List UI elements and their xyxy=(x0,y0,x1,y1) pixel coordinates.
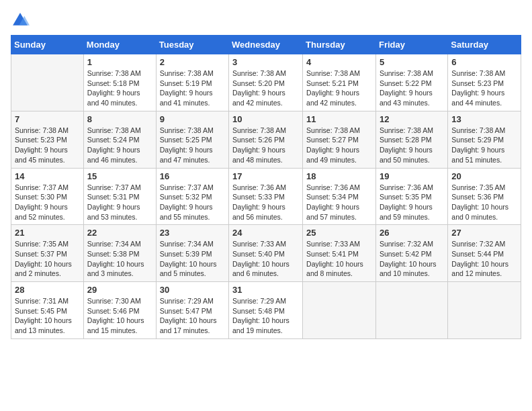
calendar-week-row: 1Sunrise: 7:38 AM Sunset: 5:18 PM Daylig… xyxy=(11,54,521,111)
calendar-day-cell: 12Sunrise: 7:38 AM Sunset: 5:28 PM Dayli… xyxy=(375,111,447,168)
day-number: 31 xyxy=(232,285,299,295)
day-number: 23 xyxy=(160,228,225,238)
calendar-week-row: 28Sunrise: 7:31 AM Sunset: 5:45 PM Dayli… xyxy=(11,282,521,339)
day-number: 29 xyxy=(87,285,152,295)
day-number: 16 xyxy=(160,171,225,181)
day-number: 19 xyxy=(380,171,444,181)
day-info: Sunrise: 7:31 AM Sunset: 5:45 PM Dayligh… xyxy=(15,296,80,336)
calendar-day-cell: 22Sunrise: 7:34 AM Sunset: 5:38 PM Dayli… xyxy=(83,225,156,282)
day-info: Sunrise: 7:37 AM Sunset: 5:32 PM Dayligh… xyxy=(160,183,225,222)
logo xyxy=(11,11,32,30)
calendar-week-row: 7Sunrise: 7:38 AM Sunset: 5:23 PM Daylig… xyxy=(11,111,521,168)
day-number: 3 xyxy=(232,57,299,67)
calendar-day-header: Monday xyxy=(83,36,156,54)
day-info: Sunrise: 7:29 AM Sunset: 5:47 PM Dayligh… xyxy=(160,296,225,336)
calendar-day-cell: 1Sunrise: 7:38 AM Sunset: 5:18 PM Daylig… xyxy=(83,54,156,111)
day-info: Sunrise: 7:34 AM Sunset: 5:39 PM Dayligh… xyxy=(160,239,225,279)
day-info: Sunrise: 7:38 AM Sunset: 5:18 PM Dayligh… xyxy=(87,68,152,108)
day-number: 20 xyxy=(451,171,517,181)
day-number: 2 xyxy=(160,57,225,67)
calendar-day-cell: 5Sunrise: 7:38 AM Sunset: 5:22 PM Daylig… xyxy=(375,54,447,111)
calendar-day-cell: 11Sunrise: 7:38 AM Sunset: 5:27 PM Dayli… xyxy=(303,111,376,168)
day-info: Sunrise: 7:38 AM Sunset: 5:27 PM Dayligh… xyxy=(306,126,372,165)
day-number: 18 xyxy=(306,171,372,181)
calendar-day-cell: 30Sunrise: 7:29 AM Sunset: 5:47 PM Dayli… xyxy=(156,282,228,339)
day-info: Sunrise: 7:36 AM Sunset: 5:35 PM Dayligh… xyxy=(380,183,444,222)
calendar-day-cell: 31Sunrise: 7:29 AM Sunset: 5:48 PM Dayli… xyxy=(229,282,303,339)
calendar-day-cell: 8Sunrise: 7:38 AM Sunset: 5:24 PM Daylig… xyxy=(83,111,156,168)
day-number: 30 xyxy=(160,285,225,295)
day-info: Sunrise: 7:34 AM Sunset: 5:38 PM Dayligh… xyxy=(87,239,152,279)
day-info: Sunrise: 7:37 AM Sunset: 5:31 PM Dayligh… xyxy=(87,183,152,222)
calendar-day-cell: 19Sunrise: 7:36 AM Sunset: 5:35 PM Dayli… xyxy=(375,168,447,225)
calendar-day-cell: 29Sunrise: 7:30 AM Sunset: 5:46 PM Dayli… xyxy=(83,282,156,339)
day-number: 26 xyxy=(380,228,444,238)
calendar-header-row: SundayMondayTuesdayWednesdayThursdayFrid… xyxy=(11,36,521,54)
day-number: 11 xyxy=(306,114,372,124)
calendar-week-row: 21Sunrise: 7:35 AM Sunset: 5:37 PM Dayli… xyxy=(11,225,521,282)
calendar-day-cell: 16Sunrise: 7:37 AM Sunset: 5:32 PM Dayli… xyxy=(156,168,228,225)
calendar-day-header: Sunday xyxy=(11,36,84,54)
calendar-day-cell: 9Sunrise: 7:38 AM Sunset: 5:25 PM Daylig… xyxy=(156,111,228,168)
day-info: Sunrise: 7:35 AM Sunset: 5:37 PM Dayligh… xyxy=(15,239,80,279)
page-header xyxy=(11,11,521,30)
day-number: 14 xyxy=(15,171,80,181)
calendar-day-cell xyxy=(11,54,84,111)
day-number: 28 xyxy=(15,285,80,295)
day-info: Sunrise: 7:32 AM Sunset: 5:44 PM Dayligh… xyxy=(451,239,517,279)
day-info: Sunrise: 7:38 AM Sunset: 5:25 PM Dayligh… xyxy=(160,126,225,165)
calendar-day-cell: 18Sunrise: 7:36 AM Sunset: 5:34 PM Dayli… xyxy=(303,168,376,225)
day-info: Sunrise: 7:29 AM Sunset: 5:48 PM Dayligh… xyxy=(232,296,299,336)
day-info: Sunrise: 7:38 AM Sunset: 5:19 PM Dayligh… xyxy=(160,68,225,108)
calendar-day-cell: 26Sunrise: 7:32 AM Sunset: 5:42 PM Dayli… xyxy=(375,225,447,282)
calendar-day-cell: 3Sunrise: 7:38 AM Sunset: 5:20 PM Daylig… xyxy=(229,54,303,111)
calendar-day-cell: 21Sunrise: 7:35 AM Sunset: 5:37 PM Dayli… xyxy=(11,225,84,282)
day-info: Sunrise: 7:38 AM Sunset: 5:26 PM Dayligh… xyxy=(232,126,299,165)
calendar-day-header: Friday xyxy=(375,36,447,54)
day-number: 25 xyxy=(306,228,372,238)
day-number: 24 xyxy=(232,228,299,238)
calendar-day-cell: 15Sunrise: 7:37 AM Sunset: 5:31 PM Dayli… xyxy=(83,168,156,225)
calendar-day-cell xyxy=(303,282,376,339)
calendar-day-header: Thursday xyxy=(303,36,376,54)
day-info: Sunrise: 7:38 AM Sunset: 5:28 PM Dayligh… xyxy=(380,126,444,165)
day-info: Sunrise: 7:32 AM Sunset: 5:42 PM Dayligh… xyxy=(380,239,444,279)
calendar-table: SundayMondayTuesdayWednesdayThursdayFrid… xyxy=(11,35,521,339)
day-number: 1 xyxy=(87,57,152,67)
day-number: 10 xyxy=(232,114,299,124)
day-info: Sunrise: 7:33 AM Sunset: 5:41 PM Dayligh… xyxy=(306,239,372,279)
day-number: 8 xyxy=(87,114,152,124)
day-info: Sunrise: 7:36 AM Sunset: 5:33 PM Dayligh… xyxy=(232,183,299,222)
calendar-day-cell: 14Sunrise: 7:37 AM Sunset: 5:30 PM Dayli… xyxy=(11,168,84,225)
calendar-day-cell: 7Sunrise: 7:38 AM Sunset: 5:23 PM Daylig… xyxy=(11,111,84,168)
day-number: 22 xyxy=(87,228,152,238)
day-number: 17 xyxy=(232,171,299,181)
calendar-day-cell xyxy=(375,282,447,339)
calendar-day-cell: 4Sunrise: 7:38 AM Sunset: 5:21 PM Daylig… xyxy=(303,54,376,111)
calendar-day-cell: 10Sunrise: 7:38 AM Sunset: 5:26 PM Dayli… xyxy=(229,111,303,168)
calendar-day-cell: 27Sunrise: 7:32 AM Sunset: 5:44 PM Dayli… xyxy=(448,225,521,282)
calendar-day-cell: 28Sunrise: 7:31 AM Sunset: 5:45 PM Dayli… xyxy=(11,282,84,339)
day-info: Sunrise: 7:38 AM Sunset: 5:21 PM Dayligh… xyxy=(306,68,372,108)
day-info: Sunrise: 7:38 AM Sunset: 5:23 PM Dayligh… xyxy=(451,68,517,108)
calendar-day-cell: 13Sunrise: 7:38 AM Sunset: 5:29 PM Dayli… xyxy=(448,111,521,168)
calendar-day-cell: 6Sunrise: 7:38 AM Sunset: 5:23 PM Daylig… xyxy=(448,54,521,111)
calendar-day-cell: 20Sunrise: 7:35 AM Sunset: 5:36 PM Dayli… xyxy=(448,168,521,225)
calendar-week-row: 14Sunrise: 7:37 AM Sunset: 5:30 PM Dayli… xyxy=(11,168,521,225)
day-number: 21 xyxy=(15,228,80,238)
day-info: Sunrise: 7:38 AM Sunset: 5:29 PM Dayligh… xyxy=(451,126,517,165)
calendar-day-header: Wednesday xyxy=(229,36,303,54)
day-info: Sunrise: 7:38 AM Sunset: 5:23 PM Dayligh… xyxy=(15,126,80,165)
day-info: Sunrise: 7:35 AM Sunset: 5:36 PM Dayligh… xyxy=(451,183,517,222)
day-number: 7 xyxy=(15,114,80,124)
day-info: Sunrise: 7:30 AM Sunset: 5:46 PM Dayligh… xyxy=(87,296,152,336)
day-number: 27 xyxy=(451,228,517,238)
logo-icon xyxy=(11,11,30,30)
calendar-day-cell xyxy=(448,282,521,339)
day-number: 5 xyxy=(380,57,444,67)
day-info: Sunrise: 7:37 AM Sunset: 5:30 PM Dayligh… xyxy=(15,183,80,222)
day-number: 13 xyxy=(451,114,517,124)
day-info: Sunrise: 7:38 AM Sunset: 5:24 PM Dayligh… xyxy=(87,126,152,165)
day-info: Sunrise: 7:36 AM Sunset: 5:34 PM Dayligh… xyxy=(306,183,372,222)
day-info: Sunrise: 7:38 AM Sunset: 5:20 PM Dayligh… xyxy=(232,68,299,108)
